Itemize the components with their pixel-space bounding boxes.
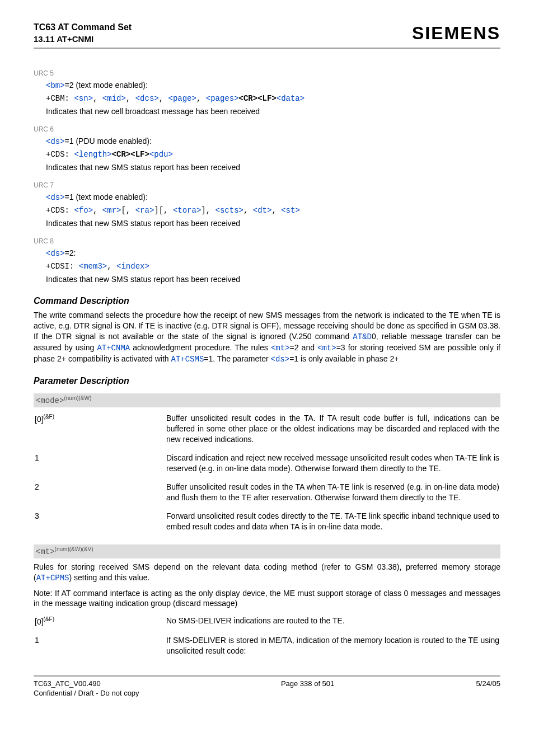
dcs-link[interactable]: <dcs>	[135, 94, 159, 103]
index-link[interactable]: <index>	[116, 262, 149, 271]
table-row: 1 If SMS-DELIVER is stored in ME/TA, ind…	[34, 633, 500, 662]
ds-link[interactable]: <ds>	[46, 249, 65, 258]
dt-link[interactable]: <dt>	[253, 206, 272, 215]
page-header: TC63 AT Command Set 13.11 AT+CNMI SIEMEN…	[34, 21, 500, 49]
mt-param-table: [0](&F) No SMS-DELIVER indications are r…	[34, 613, 500, 661]
command-description-heading: Command Description	[34, 295, 500, 307]
doc-title: TC63 AT Command Set	[34, 21, 132, 34]
urc8-condition: <ds>=2:	[46, 248, 500, 259]
bm-link[interactable]: <bm>	[46, 81, 65, 90]
pages-link[interactable]: <pages>	[206, 94, 239, 103]
fo-link[interactable]: <fo>	[74, 206, 93, 215]
table-row: 1 Discard indication and reject new rece…	[34, 450, 500, 480]
table-row: [0](&F) Buffer unsolicited result codes …	[34, 411, 500, 450]
mt-link[interactable]: <mt>	[317, 344, 336, 353]
urc7-label: URC 7	[34, 181, 500, 190]
ds-link[interactable]: <ds>	[46, 193, 65, 202]
urc6-condition: <ds>=1 (PDU mode enabled):	[46, 136, 500, 147]
ds-link[interactable]: <ds>	[46, 137, 65, 146]
atcsms-link[interactable]: AT+CSMS	[171, 355, 204, 364]
mt-param-header: <mt>(num)(&W)(&V)	[34, 544, 500, 558]
mr-link[interactable]: <mr>	[102, 206, 121, 215]
page-link[interactable]: <page>	[168, 94, 196, 103]
mid-link[interactable]: <mid>	[102, 94, 126, 103]
urc7-condition: <ds>=1 (text mode enabled):	[46, 192, 500, 203]
ds-link[interactable]: <ds>	[271, 355, 290, 364]
urc6-desc: Indicates that new SMS status report has…	[46, 162, 500, 173]
page-footer: TC63_ATC_V00.490 Confidential / Draft - …	[34, 675, 500, 698]
footer-confidential: Confidential / Draft - Do not copy	[34, 688, 139, 698]
urc6-label: URC 6	[34, 125, 500, 134]
mode-param-table: [0](&F) Buffer unsolicited result codes …	[34, 411, 500, 537]
length-link[interactable]: <length>	[74, 150, 111, 159]
command-description-text: The write command selects the procedure …	[34, 310, 500, 364]
pdu-link[interactable]: <pdu>	[149, 150, 173, 159]
atcnma-link[interactable]: AT+CNMA	[97, 344, 130, 353]
atd-link[interactable]: AT&D	[353, 332, 372, 341]
urc8-desc: Indicates that new SMS status report has…	[46, 274, 500, 285]
ra-link[interactable]: <ra>	[135, 206, 154, 215]
scts-link[interactable]: <scts>	[216, 206, 243, 215]
urc5-condition: <bm>=2 (text mode enabled):	[46, 80, 500, 91]
urc8-code: +CDSI: <mem3>, <index>	[46, 261, 500, 272]
footer-date: 5/24/05	[476, 679, 500, 698]
st-link[interactable]: <st>	[281, 206, 300, 215]
footer-version: TC63_ATC_V00.490	[34, 679, 139, 689]
doc-section: 13.11 AT+CNMI	[34, 34, 132, 45]
urc5-desc: Indicates that new cell broadcast messag…	[46, 106, 500, 117]
mode-param-header: <mode>(num)(&W)	[34, 393, 500, 407]
mt-param-intro: Rules for storing received SMS depend on…	[34, 562, 500, 584]
urc8-label: URC 8	[34, 237, 500, 246]
table-row: 2 Buffer unsolicited result codes in the…	[34, 480, 500, 509]
brand-logo: SIEMENS	[412, 21, 500, 45]
urc6-code: +CDS: <length><CR><LF><pdu>	[46, 149, 500, 160]
mem3-link[interactable]: <mem3>	[79, 262, 107, 271]
sn-link[interactable]: <sn>	[74, 94, 93, 103]
urc5-code: +CBM: <sn>, <mid>, <dcs>, <page>, <pages…	[46, 93, 500, 104]
data-link[interactable]: <data>	[277, 94, 305, 103]
footer-page-number: Page 338 of 501	[281, 679, 334, 698]
tora-link[interactable]: <tora>	[173, 206, 201, 215]
table-row: [0](&F) No SMS-DELIVER indications are r…	[34, 613, 500, 633]
parameter-description-heading: Parameter Description	[34, 375, 500, 387]
urc5-label: URC 5	[34, 69, 500, 78]
mt-param-note: Note: If AT command interface is acting …	[34, 588, 500, 609]
urc7-code: +CDS: <fo>, <mr>[, <ra>][, <tora>], <sct…	[46, 205, 500, 216]
atcpms-link[interactable]: AT+CPMS	[36, 574, 69, 583]
urc7-desc: Indicates that new SMS status report has…	[46, 218, 500, 229]
mt-link[interactable]: <mt>	[271, 344, 290, 353]
table-row: 3 Forward unsolicited result codes direc…	[34, 509, 500, 538]
